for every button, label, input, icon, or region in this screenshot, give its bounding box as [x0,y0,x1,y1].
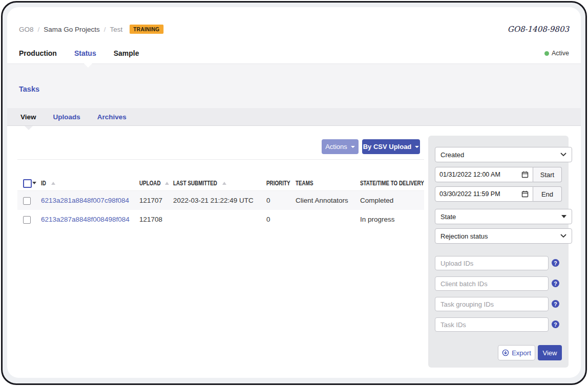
state-filter-select[interactable]: State [435,209,572,224]
calendar-icon[interactable] [521,190,529,198]
last-submitted-cell: 2022-03-21 21:22:49 UTC [173,191,254,210]
select-all-checkbox[interactable] [23,179,32,188]
table-header: ID UPLOAD LAST SUBMITTED PRIORITY TEAMS … [17,176,424,191]
breadcrumb: GO8 / Sama Go Projects / Test [19,26,122,33]
table-row: 6213a287a8848f008498f084 121708 0 In pro… [17,210,424,229]
created-filter-select[interactable]: Created [435,147,572,162]
priority-cell: 0 [266,191,270,210]
state-filter-value: State [440,213,456,221]
window-frame: GO8 / Sama Go Projects / Test TRAINING G… [1,1,587,385]
sort-asc-icon[interactable] [222,182,226,185]
project-code: GO8-1408-9803 [508,25,569,34]
state-cell: In progress [360,210,395,229]
row-checkbox[interactable] [23,197,31,205]
task-grouping-ids-input[interactable] [435,297,549,311]
rejection-status-value: Rejection status [440,232,488,240]
csv-upload-button[interactable]: By CSV Upload [362,139,420,154]
task-ids-input[interactable] [435,317,549,332]
active-status-label: Active [552,50,569,57]
teams-cell: Client Annotators [296,191,348,210]
active-tab-notch [25,126,33,130]
breadcrumb-separator: / [104,26,106,33]
nav-tab-sample[interactable]: Sample [114,49,139,57]
view-button-label: View [543,349,557,357]
priority-cell: 0 [266,210,270,229]
end-date-field[interactable] [435,186,533,202]
tasks-tab-bar: View Uploads Archives [7,108,581,126]
tab-archives[interactable]: Archives [97,113,127,121]
upload-ids-input[interactable] [435,256,549,270]
task-id-link[interactable]: 6213a287a8848f008498f084 [41,210,130,229]
project-status: Active [544,50,569,57]
start-date-field[interactable] [435,167,533,182]
column-header-state: STATE/TIME TO DELIVERY [360,180,424,187]
green-dot-icon [544,51,549,56]
upload-cell: 121707 [139,191,162,210]
upload-cell: 121708 [139,210,162,229]
help-icon[interactable]: ? [552,280,559,287]
end-date-input[interactable] [439,190,511,198]
export-download-icon [502,349,509,356]
caret-down-icon [561,215,566,218]
sort-asc-icon[interactable] [51,182,55,185]
start-date-input[interactable] [439,171,511,178]
tab-uploads[interactable]: Uploads [53,113,80,121]
calendar-icon[interactable] [521,171,529,178]
column-header-last-submitted[interactable]: LAST SUBMITTED [173,180,217,187]
top-nav: Production Status Sample Active [19,45,569,61]
app-root: GO8 / Sama Go Projects / Test TRAINING G… [0,0,588,386]
client-batch-ids-input[interactable] [435,276,549,291]
task-id-link[interactable]: 6213a281a8848f007c98f084 [41,191,129,210]
content-divider [17,159,424,160]
help-icon[interactable]: ? [552,320,559,328]
filter-panel: Created Start End [428,136,569,368]
training-badge: TRAINING [130,25,163,34]
table-row: 6213a281a8848f007c98f084 121707 2022-03-… [17,190,424,210]
column-header-priority: PRIORITY [266,180,290,187]
tab-view[interactable]: View [20,113,36,121]
breadcrumb-item-org[interactable]: GO8 [19,26,34,33]
export-button-label: Export [512,349,531,357]
start-button[interactable]: Start [533,167,562,182]
sort-asc-icon[interactable] [165,182,169,185]
created-filter-value: Created [440,151,464,159]
help-icon[interactable]: ? [552,300,559,308]
end-button[interactable]: End [533,186,562,202]
column-header-teams: TEAMS [296,180,313,187]
help-icon[interactable]: ? [552,259,559,267]
breadcrumb-item-project: Test [110,26,123,33]
chevron-down-icon [560,153,566,157]
header-row: GO8 / Sama Go Projects / Test TRAINING G… [19,24,569,35]
select-menu-caret-icon[interactable] [32,182,36,184]
column-header-upload[interactable]: UPLOAD [139,180,161,187]
view-button[interactable]: View [538,345,562,360]
chevron-down-icon [560,234,566,238]
csv-upload-button-label: By CSV Upload [363,143,412,151]
caret-down-icon [415,146,419,148]
column-header-id[interactable]: ID [41,180,46,187]
actions-button-label: Actions [325,143,347,151]
breadcrumb-separator: / [38,26,40,33]
active-nav-notch [84,63,92,68]
app-card: GO8 / Sama Go Projects / Test TRAINING G… [7,7,581,378]
export-button[interactable]: Export [498,345,535,360]
state-cell: Completed [360,191,393,210]
tasks-title: Tasks [19,85,39,93]
row-checkbox[interactable] [23,216,31,224]
breadcrumb-item-project-group[interactable]: Sama Go Projects [44,26,100,33]
nav-tab-status[interactable]: Status [74,49,96,57]
rejection-status-select[interactable]: Rejection status [435,228,572,244]
actions-button[interactable]: Actions [322,139,359,154]
end-date-group: End [435,186,562,202]
caret-down-icon [351,146,355,148]
start-date-group: Start [435,167,562,182]
nav-tab-production[interactable]: Production [19,49,57,57]
